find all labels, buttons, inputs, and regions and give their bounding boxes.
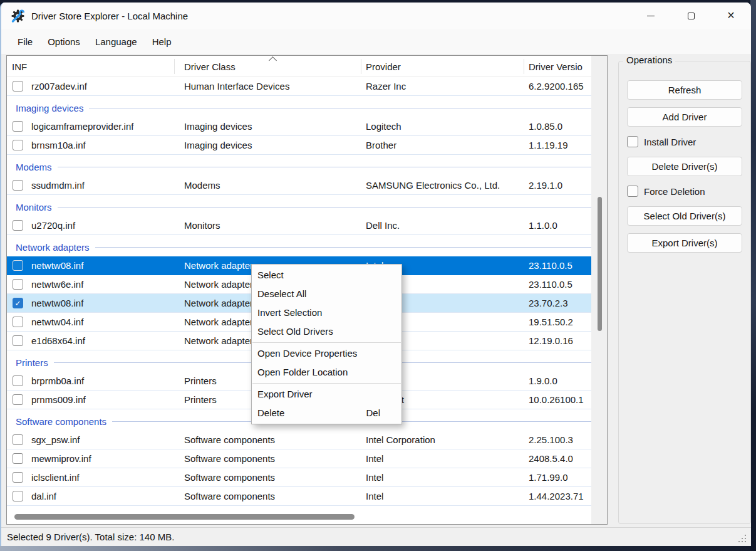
menu-item-label: Select [257,266,284,285]
menu-item-language[interactable]: Language [88,33,145,50]
close-button[interactable]: ✕ [711,3,751,29]
row-checkbox[interactable] [13,279,23,290]
column-header-provider[interactable]: Provider [366,56,401,77]
driver-class-cell: Printers [184,372,217,391]
menu-item-label: Invert Selection [257,303,322,322]
table-row[interactable]: brnsm10a.infImaging devicesBrother1.1.19… [7,136,591,155]
version-cell: 1.0.85.0 [529,117,562,136]
horizontal-scrollbar-thumb[interactable] [14,514,355,520]
operations-body: RefreshAdd DriverInstall DriverDelete Dr… [619,61,750,260]
title-bar: Driver Store Explorer - Local Machine ✕ [1,3,751,29]
minimize-button[interactable] [631,3,671,29]
inf-cell: mewmiprov.inf [31,449,91,468]
table-row[interactable]: rz007adev.infHuman Interface DevicesRaze… [7,77,591,96]
row-checkbox[interactable] [13,260,23,271]
install-driver-checkbox[interactable] [627,136,638,147]
resize-grip-icon[interactable] [745,541,746,542]
refresh-button[interactable]: Refresh [627,80,742,100]
horizontal-scrollbar[interactable] [7,514,590,520]
column-header-driver-versio[interactable]: Driver Versio [529,56,583,77]
group-line [58,207,591,207]
row-checkbox[interactable] [13,453,23,464]
driver-class-cell: Imaging devices [184,136,252,155]
column-header-inf[interactable]: INF [12,56,27,77]
context-menu-item-deselect-all[interactable]: Deselect All [252,285,401,303]
add-driver-button[interactable]: Add Driver [627,107,742,127]
driver-class-cell: Monitors [184,216,220,235]
group-header-imaging-devices[interactable]: Imaging devices [7,96,591,117]
group-header-modems[interactable]: Modems [7,155,591,176]
menu-item-label: Export Driver [257,385,313,404]
row-checkbox[interactable] [13,121,23,132]
row-checkbox[interactable] [13,140,23,150]
context-menu-item-open-device-properties[interactable]: Open Device Properties [252,344,401,363]
install-driver-checkbox-row: Install Driver [627,136,742,147]
app-gear-wrench-icon [10,8,25,23]
table-row[interactable]: mewmiprov.infSoftware componentsIntel240… [7,449,591,468]
column-header-driver-class[interactable]: Driver Class [184,56,236,77]
context-menu-item-delete[interactable]: DeleteDel [252,404,401,422]
header-separator [174,59,175,74]
row-checkbox[interactable] [13,491,23,501]
row-checkbox[interactable] [13,220,23,231]
group-header-monitors[interactable]: Monitors [7,195,591,216]
inf-cell: iclsclient.inf [31,468,80,487]
menu-bar: FileOptionsLanguageHelp [1,29,751,54]
delete-driver-s-button[interactable]: Delete Driver(s) [627,157,742,176]
context-menu-item-select-old-drivers[interactable]: Select Old Drivers [252,322,401,341]
group-label: Modems [16,162,52,172]
table-row[interactable]: dal.infSoftware componentsIntel1.44.2023… [7,487,591,506]
maximize-button[interactable] [671,3,711,29]
minimize-icon [647,16,655,16]
version-cell: 23.110.0.5 [529,256,572,275]
context-menu-item-export-driver[interactable]: Export Driver [252,385,401,404]
driver-class-cell: Network adapters [184,275,258,294]
inf-cell: netwtw08.inf [31,294,83,313]
context-menu-item-select[interactable]: Select [252,266,401,285]
row-checkbox[interactable] [13,394,23,405]
status-text: Selected 9 Driver(s). Total size: 140 MB… [7,528,174,546]
group-line [89,108,591,108]
table-row[interactable]: logicamframeprovider.infImaging devicesL… [7,117,591,136]
menu-item-file[interactable]: File [10,33,40,50]
force-deletion-checkbox[interactable] [627,186,638,197]
menu-item-help[interactable]: Help [145,33,179,50]
inf-cell: sgx_psw.inf [31,431,80,449]
row-checkbox[interactable] [13,81,23,92]
table-row[interactable]: u2720q.infMonitorsDell Inc.1.1.0.0 [7,216,591,235]
menu-item-options[interactable]: Options [40,33,88,50]
inf-cell: brprmb0a.inf [31,372,84,391]
version-cell: 10.0.26100.1 [529,391,584,409]
group-label: Monitors [16,202,52,213]
row-checkbox[interactable] [13,317,23,327]
version-cell: 6.2.9200.165 [529,77,584,96]
desktop-background: Driver Store Explorer - Local Machine ✕ … [0,0,756,551]
menu-separator [252,342,401,343]
driver-class-cell: Software components [184,449,275,468]
install-driver-label: Install Driver [644,137,696,147]
context-menu-item-invert-selection[interactable]: Invert Selection [252,303,401,322]
export-driver-s-button[interactable]: Export Driver(s) [627,233,742,253]
row-checkbox[interactable] [13,335,23,346]
group-header-network-adapters[interactable]: Network adapters [7,235,591,256]
row-checkbox[interactable] [13,375,23,386]
operations-title: Operations [623,55,675,65]
group-line [58,167,591,167]
driver-class-cell: Human Interface Devices [184,77,289,96]
row-checkbox[interactable] [13,472,23,483]
context-menu-item-open-folder-location[interactable]: Open Folder Location [252,363,401,382]
app-window: Driver Store Explorer - Local Machine ✕ … [0,3,751,546]
version-cell: 12.19.0.16 [529,332,573,350]
table-row[interactable]: ssudmdm.infModemsSAMSUNG Electronics Co.… [7,176,591,195]
select-old-driver-s-button[interactable]: Select Old Driver(s) [627,206,742,226]
table-row[interactable]: sgx_psw.infSoftware componentsIntel Corp… [7,431,591,449]
table-row[interactable]: iclsclient.infSoftware componentsIntel1.… [7,468,591,487]
row-checkbox[interactable]: ✓ [13,298,23,308]
inf-cell: netwtw08.inf [31,256,83,275]
version-cell: 23.110.0.5 [529,275,572,294]
row-checkbox[interactable] [13,180,23,191]
menu-item-label: Delete [257,404,284,422]
vertical-scrollbar-thumb[interactable] [598,197,602,331]
inf-cell: logicamframeprovider.inf [31,117,133,136]
row-checkbox[interactable] [13,434,23,445]
